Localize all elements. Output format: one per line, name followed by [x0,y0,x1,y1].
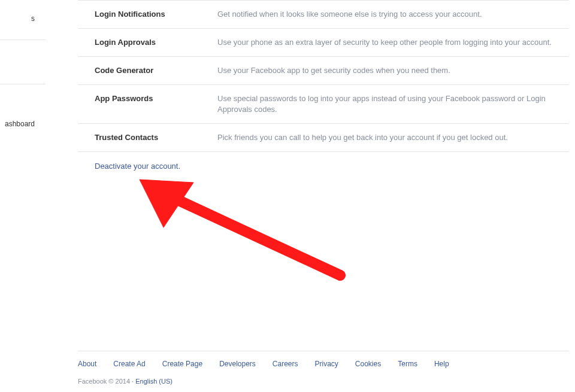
footer-link-cookies[interactable]: Cookies [355,360,381,368]
setting-label: Code Generator [95,65,217,75]
setting-row-login-notifications[interactable]: Login Notifications Get notified when it… [78,0,569,29]
left-sidebar: s ashboard [0,0,42,359]
setting-label: App Passwords [95,93,217,103]
sidebar-divider [0,84,46,84]
setting-label: Trusted Contacts [95,132,217,142]
deactivate-account-link[interactable]: Deactivate your account. [95,162,180,171]
setting-row-app-passwords[interactable]: App Passwords Use special passwords to l… [78,85,569,124]
setting-description: Get notified when it looks like someone … [217,9,569,20]
annotation-arrow-icon [131,168,358,287]
footer-copyright: Facebook © 2014 · English (US) [78,378,569,385]
footer-links: About Create Ad Create Page Developers C… [78,360,569,368]
language-selector[interactable]: English (US) [135,378,172,385]
sidebar-frag-2[interactable]: ashboard [5,120,35,128]
security-settings-panel: Login Notifications Get notified when it… [78,0,569,171]
setting-row-login-approvals[interactable]: Login Approvals Use your phone as an ext… [78,29,569,57]
deactivate-section: Deactivate your account. [78,152,569,171]
setting-label: Login Approvals [95,37,217,47]
footer-link-careers[interactable]: Careers [273,360,298,368]
footer-link-create-page[interactable]: Create Page [162,360,202,368]
svg-marker-1 [140,180,193,227]
setting-description: Use your Facebook app to get security co… [217,65,569,76]
setting-description: Use special passwords to log into your a… [217,93,569,115]
page-footer: About Create Ad Create Page Developers C… [78,351,569,385]
footer-link-create-ad[interactable]: Create Ad [113,360,145,368]
footer-link-help[interactable]: Help [434,360,449,368]
setting-label: Login Notifications [95,9,217,19]
footer-link-terms[interactable]: Terms [398,360,417,368]
footer-link-developers[interactable]: Developers [219,360,256,368]
setting-description: Pick friends you can call to help you ge… [217,132,569,143]
setting-row-trusted-contacts[interactable]: Trusted Contacts Pick friends you can ca… [78,124,569,152]
sidebar-divider [0,39,46,40]
footer-link-about[interactable]: About [78,360,96,368]
sidebar-frag-1[interactable]: s [31,14,35,23]
svg-line-0 [172,197,340,275]
setting-row-code-generator[interactable]: Code Generator Use your Facebook app to … [78,57,569,85]
footer-divider [78,351,569,351]
footer-link-privacy[interactable]: Privacy [315,360,338,368]
copyright-text: Facebook © 2014 · [78,378,135,385]
setting-description: Use your phone as an extra layer of secu… [217,37,569,48]
